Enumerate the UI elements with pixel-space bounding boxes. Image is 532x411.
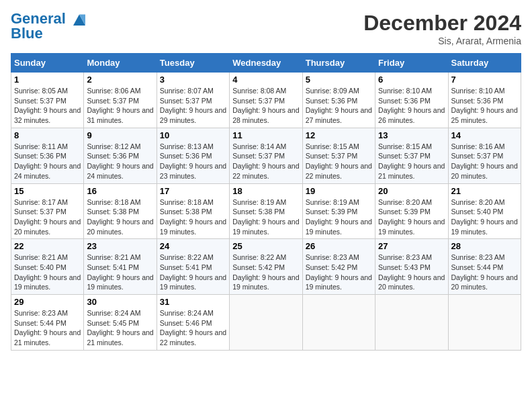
cell-content: Sunrise: 8:07 AMSunset: 5:37 PMDaylight:… bbox=[160, 86, 226, 126]
day-number: 15 bbox=[14, 186, 81, 196]
cell-content: Sunrise: 8:23 AMSunset: 5:44 PMDaylight:… bbox=[451, 253, 518, 292]
calendar-cell: 12Sunrise: 8:15 AMSunset: 5:37 PMDayligh… bbox=[302, 128, 375, 183]
cell-content: Sunrise: 8:11 AMSunset: 5:36 PMDaylight:… bbox=[14, 142, 81, 181]
cell-content: Sunrise: 8:23 AMSunset: 5:42 PMDaylight:… bbox=[306, 253, 372, 292]
calendar-cell: 5Sunrise: 8:09 AMSunset: 5:36 PMDaylight… bbox=[302, 73, 375, 128]
calendar-cell: 21Sunrise: 8:20 AMSunset: 5:40 PMDayligh… bbox=[448, 183, 521, 239]
calendar-cell: 24Sunrise: 8:22 AMSunset: 5:41 PMDayligh… bbox=[157, 239, 229, 295]
calendar-cell: 18Sunrise: 8:19 AMSunset: 5:38 PMDayligh… bbox=[230, 183, 302, 239]
cell-content: Sunrise: 8:16 AMSunset: 5:37 PMDaylight:… bbox=[451, 142, 518, 181]
calendar-week-row: 22Sunrise: 8:21 AMSunset: 5:40 PMDayligh… bbox=[11, 239, 521, 295]
cell-content: Sunrise: 8:20 AMSunset: 5:40 PMDaylight:… bbox=[451, 197, 518, 237]
calendar-header-row: SundayMondayTuesdayWednesdayThursdayFrid… bbox=[11, 54, 521, 73]
calendar-cell bbox=[448, 295, 521, 351]
cell-content: Sunrise: 8:10 AMSunset: 5:36 PMDaylight:… bbox=[378, 86, 445, 126]
cell-content: Sunrise: 8:05 AMSunset: 5:37 PMDaylight:… bbox=[14, 86, 81, 126]
calendar-cell: 29Sunrise: 8:23 AMSunset: 5:44 PMDayligh… bbox=[11, 295, 84, 351]
day-number: 22 bbox=[14, 241, 81, 251]
day-number: 10 bbox=[160, 130, 226, 140]
col-header-wednesday: Wednesday bbox=[230, 54, 302, 73]
cell-content: Sunrise: 8:18 AMSunset: 5:38 PMDaylight:… bbox=[160, 197, 226, 237]
cell-content: Sunrise: 8:24 AMSunset: 5:45 PMDaylight:… bbox=[87, 308, 153, 348]
month-title: December 2024 bbox=[363, 11, 521, 36]
calendar-week-row: 15Sunrise: 8:17 AMSunset: 5:37 PMDayligh… bbox=[11, 183, 521, 239]
cell-content: Sunrise: 8:22 AMSunset: 5:42 PMDaylight:… bbox=[232, 253, 299, 292]
cell-content: Sunrise: 8:12 AMSunset: 5:36 PMDaylight:… bbox=[87, 142, 153, 181]
day-number: 1 bbox=[14, 75, 81, 85]
calendar-cell: 8Sunrise: 8:11 AMSunset: 5:36 PMDaylight… bbox=[11, 128, 84, 183]
cell-content: Sunrise: 8:21 AMSunset: 5:41 PMDaylight:… bbox=[87, 253, 153, 292]
day-number: 9 bbox=[87, 130, 153, 140]
day-number: 7 bbox=[451, 75, 518, 85]
day-number: 19 bbox=[306, 186, 372, 196]
logo-icon bbox=[71, 11, 87, 28]
calendar-cell: 26Sunrise: 8:23 AMSunset: 5:42 PMDayligh… bbox=[302, 239, 375, 295]
day-number: 27 bbox=[378, 241, 445, 251]
calendar-cell: 25Sunrise: 8:22 AMSunset: 5:42 PMDayligh… bbox=[230, 239, 302, 295]
day-number: 30 bbox=[87, 297, 153, 307]
col-header-sunday: Sunday bbox=[11, 54, 84, 73]
calendar-cell: 17Sunrise: 8:18 AMSunset: 5:38 PMDayligh… bbox=[157, 183, 229, 239]
cell-content: Sunrise: 8:24 AMSunset: 5:46 PMDaylight:… bbox=[160, 308, 226, 348]
calendar-cell: 28Sunrise: 8:23 AMSunset: 5:44 PMDayligh… bbox=[448, 239, 521, 295]
calendar-cell bbox=[230, 295, 302, 351]
day-number: 8 bbox=[14, 130, 81, 140]
calendar-cell: 6Sunrise: 8:10 AMSunset: 5:36 PMDaylight… bbox=[375, 73, 448, 128]
col-header-tuesday: Tuesday bbox=[157, 54, 229, 73]
calendar-cell: 16Sunrise: 8:18 AMSunset: 5:38 PMDayligh… bbox=[84, 183, 157, 239]
calendar-cell: 20Sunrise: 8:20 AMSunset: 5:39 PMDayligh… bbox=[375, 183, 448, 239]
cell-content: Sunrise: 8:18 AMSunset: 5:38 PMDaylight:… bbox=[87, 197, 153, 237]
day-number: 12 bbox=[306, 130, 372, 140]
calendar-cell: 1Sunrise: 8:05 AMSunset: 5:37 PMDaylight… bbox=[11, 73, 84, 128]
col-header-saturday: Saturday bbox=[448, 54, 521, 73]
col-header-friday: Friday bbox=[375, 54, 448, 73]
day-number: 2 bbox=[87, 75, 153, 85]
day-number: 28 bbox=[451, 241, 518, 251]
cell-content: Sunrise: 8:08 AMSunset: 5:37 PMDaylight:… bbox=[232, 86, 299, 126]
calendar-cell: 2Sunrise: 8:06 AMSunset: 5:37 PMDaylight… bbox=[84, 73, 157, 128]
day-number: 13 bbox=[378, 130, 445, 140]
cell-content: Sunrise: 8:15 AMSunset: 5:37 PMDaylight:… bbox=[378, 142, 445, 181]
col-header-thursday: Thursday bbox=[302, 54, 375, 73]
cell-content: Sunrise: 8:17 AMSunset: 5:37 PMDaylight:… bbox=[14, 197, 81, 237]
cell-content: Sunrise: 8:06 AMSunset: 5:37 PMDaylight:… bbox=[87, 86, 153, 126]
cell-content: Sunrise: 8:15 AMSunset: 5:37 PMDaylight:… bbox=[306, 142, 372, 181]
cell-content: Sunrise: 8:09 AMSunset: 5:36 PMDaylight:… bbox=[306, 86, 372, 126]
calendar-cell: 30Sunrise: 8:24 AMSunset: 5:45 PMDayligh… bbox=[84, 295, 157, 351]
cell-content: Sunrise: 8:21 AMSunset: 5:40 PMDaylight:… bbox=[14, 253, 81, 292]
day-number: 14 bbox=[451, 130, 518, 140]
calendar-cell: 13Sunrise: 8:15 AMSunset: 5:37 PMDayligh… bbox=[375, 128, 448, 183]
day-number: 21 bbox=[451, 186, 518, 196]
cell-content: Sunrise: 8:14 AMSunset: 5:37 PMDaylight:… bbox=[232, 142, 299, 181]
calendar-cell: 14Sunrise: 8:16 AMSunset: 5:37 PMDayligh… bbox=[448, 128, 521, 183]
calendar-week-row: 1Sunrise: 8:05 AMSunset: 5:37 PMDaylight… bbox=[11, 73, 521, 128]
logo: General Blue bbox=[11, 11, 87, 42]
day-number: 11 bbox=[232, 130, 299, 140]
calendar-table: SundayMondayTuesdayWednesdayThursdayFrid… bbox=[11, 53, 521, 351]
cell-content: Sunrise: 8:13 AMSunset: 5:36 PMDaylight:… bbox=[160, 142, 226, 181]
day-number: 31 bbox=[160, 297, 226, 307]
day-number: 20 bbox=[378, 186, 445, 196]
cell-content: Sunrise: 8:19 AMSunset: 5:38 PMDaylight:… bbox=[232, 197, 299, 237]
day-number: 24 bbox=[160, 241, 226, 251]
calendar-cell: 22Sunrise: 8:21 AMSunset: 5:40 PMDayligh… bbox=[11, 239, 84, 295]
calendar-cell: 9Sunrise: 8:12 AMSunset: 5:36 PMDaylight… bbox=[84, 128, 157, 183]
col-header-monday: Monday bbox=[84, 54, 157, 73]
day-number: 23 bbox=[87, 241, 153, 251]
cell-content: Sunrise: 8:19 AMSunset: 5:39 PMDaylight:… bbox=[306, 197, 372, 237]
calendar-cell: 10Sunrise: 8:13 AMSunset: 5:36 PMDayligh… bbox=[157, 128, 229, 183]
day-number: 29 bbox=[14, 297, 81, 307]
cell-content: Sunrise: 8:23 AMSunset: 5:44 PMDaylight:… bbox=[14, 308, 81, 348]
location-title: Sis, Ararat, Armenia bbox=[363, 36, 521, 46]
day-number: 16 bbox=[87, 186, 153, 196]
calendar-cell: 15Sunrise: 8:17 AMSunset: 5:37 PMDayligh… bbox=[11, 183, 84, 239]
title-block: December 2024 Sis, Ararat, Armenia bbox=[363, 11, 521, 46]
calendar-week-row: 29Sunrise: 8:23 AMSunset: 5:44 PMDayligh… bbox=[11, 295, 521, 351]
calendar-cell: 3Sunrise: 8:07 AMSunset: 5:37 PMDaylight… bbox=[157, 73, 229, 128]
calendar-cell: 27Sunrise: 8:23 AMSunset: 5:43 PMDayligh… bbox=[375, 239, 448, 295]
day-number: 26 bbox=[306, 241, 372, 251]
day-number: 5 bbox=[306, 75, 372, 85]
day-number: 17 bbox=[160, 186, 226, 196]
calendar-cell: 11Sunrise: 8:14 AMSunset: 5:37 PMDayligh… bbox=[230, 128, 302, 183]
calendar-cell: 31Sunrise: 8:24 AMSunset: 5:46 PMDayligh… bbox=[157, 295, 229, 351]
